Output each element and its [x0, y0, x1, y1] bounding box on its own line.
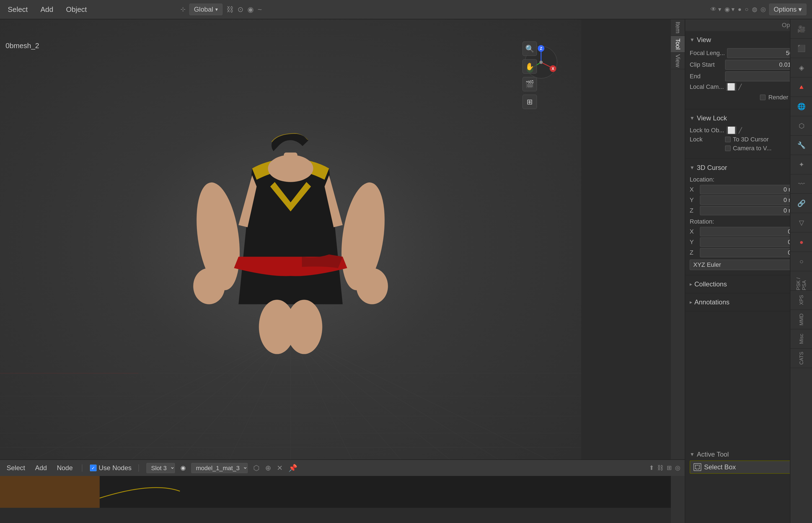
cursor-y-value[interactable]: 0 m [700, 195, 797, 205]
cursor-rz-value[interactable]: 0° [700, 248, 797, 257]
view-lock-title: View Lock [697, 114, 727, 122]
shading-icon[interactable]: ~ [258, 5, 262, 14]
copy-nodes-icon[interactable]: ⬡ [253, 464, 259, 472]
cursor-3d-arrow: ▼ [690, 165, 694, 171]
shading-wireframe[interactable]: ○ [745, 6, 748, 13]
xps-tab[interactable]: XPS [790, 291, 812, 310]
proportional-icon[interactable]: ⊙ [237, 5, 243, 14]
far-right-material-icon[interactable]: ● [790, 232, 812, 252]
svg-rect-36 [696, 465, 699, 469]
render-regi-checkbox[interactable] [760, 95, 765, 100]
far-right-shading-icon[interactable]: ○ [790, 252, 812, 271]
use-nodes-checkbox[interactable] [90, 465, 96, 471]
shading-render[interactable]: ◎ [760, 6, 766, 13]
menu-divider-1: │ [80, 464, 85, 471]
local-cam-toggle[interactable]: ⬜ [726, 83, 736, 91]
svg-text:Z: Z [540, 46, 542, 51]
node-editor-area[interactable] [0, 476, 685, 508]
cursor-rx-label: X [690, 228, 698, 235]
euler-label: XYZ Euler [693, 261, 721, 268]
bottom-layout-icon[interactable]: ⊞ [667, 464, 672, 471]
cursor-ry-value[interactable]: 0° [700, 237, 797, 247]
local-cam-label: Local Cam... [690, 83, 724, 90]
tab-item[interactable]: Item [671, 19, 685, 36]
cursor-z-value[interactable]: 0 m [700, 206, 797, 215]
snap-icon[interactable]: ⛓ [227, 5, 234, 14]
select-box-icon [693, 463, 701, 471]
menu-select[interactable]: Select [5, 4, 30, 15]
menu-object[interactable]: Object [64, 4, 89, 15]
bottom-menu-bar: Select Add Node │ Use Nodes │ Slot 3 ◉ m… [0, 459, 685, 476]
svg-point-35 [539, 60, 543, 64]
top-menu-bar: Select Add Object ⊹ Global ▾ ⛓ ⊙ ◉ ~ 👁 ▾… [0, 0, 812, 19]
svg-text:X: X [552, 67, 554, 71]
pan-btn[interactable]: ✋ [523, 59, 537, 74]
zoom-in-btn[interactable]: 🔍 [523, 41, 537, 56]
camera-view-btn[interactable]: 🎬 [523, 77, 537, 91]
overlay-dropdown[interactable]: ◉ ▾ [724, 6, 735, 13]
shading-material[interactable]: ◍ [752, 6, 757, 13]
lock-to-ob-label: Lock to Ob... [690, 127, 724, 134]
far-right-physics-icon[interactable]: 〰 [790, 174, 812, 194]
bottom-select-btn[interactable]: Select [4, 463, 28, 473]
bottom-add-btn[interactable]: Add [33, 463, 49, 473]
menu-add[interactable]: Add [38, 4, 55, 15]
far-right-panel: 🎥 ⬛ ◈ 🔺 🌐 ⬡ 🔧 ✦ 〰 🔗 ▽ ● ○ PSK / PSA XPS … [790, 19, 812, 523]
lock-to-ob-picker[interactable]: ╱ [739, 127, 742, 134]
to-3d-cursor-checkbox[interactable] [725, 137, 730, 142]
lock-to-ob-btn[interactable]: ⬜ [726, 126, 737, 134]
chevron-down-icon: ▾ [215, 6, 218, 13]
far-right-object-icon[interactable]: ⬡ [790, 116, 812, 136]
far-right-view-layer-icon[interactable]: ◈ [790, 58, 812, 77]
use-nodes-text: Use Nodes [99, 464, 132, 472]
transform-mode-dropdown[interactable]: Global ▾ [189, 4, 222, 15]
active-tool-name-label: Select Box [704, 463, 736, 471]
bottom-node-btn[interactable]: Node [55, 463, 75, 473]
shading-solid[interactable]: ● [738, 6, 741, 13]
pin-icon[interactable]: 📌 [288, 464, 297, 472]
view-lock-arrow: ▼ [690, 115, 694, 121]
cursor-x-value[interactable]: 0 m [700, 185, 797, 194]
camera-to-v-checkbox[interactable] [725, 146, 730, 151]
cursor-rx-value[interactable]: 0° [700, 227, 797, 236]
bottom-navigate-icon[interactable]: ⬆ [649, 464, 654, 471]
far-right-constraints-icon[interactable]: 🔗 [790, 194, 812, 213]
cats-tab[interactable]: CATS [790, 349, 812, 368]
far-right-output-icon[interactable]: ⬛ [790, 39, 812, 58]
clip-start-label: Clip Start [690, 61, 723, 68]
to-3d-cursor-label: To 3D Cursor [733, 136, 769, 143]
far-right-data-icon[interactable]: ▽ [790, 213, 812, 232]
annotations-arrow: ▸ [690, 299, 692, 305]
eye-dropdown[interactable]: 👁 ▾ [710, 6, 721, 13]
viewport-3d[interactable]: 0bmesh_2 Z X Y [0, 19, 581, 476]
overlay-icon[interactable]: ◉ [248, 5, 254, 14]
tab-view[interactable]: View [671, 53, 685, 69]
bottom-zoom-icon[interactable]: ◎ [675, 464, 680, 471]
bottom-snap-icon[interactable]: ⛓ [657, 464, 663, 471]
far-right-scene-icon[interactable]: 🔺 [790, 77, 812, 97]
active-tool-label: Active Tool [697, 451, 729, 458]
misc-tab[interactable]: Misc [790, 329, 812, 349]
new-material-icon[interactable]: ⊕ [265, 464, 271, 472]
active-tool-arrow: ▼ [690, 452, 694, 457]
perspective-btn[interactable]: ⊞ [523, 95, 537, 109]
options-dropdown[interactable]: Options ▾ [769, 4, 807, 15]
psk-psa-tab[interactable]: PSK / PSA [790, 271, 812, 291]
viewport-overlay-tools: 🔍 ✋ 🎬 ⊞ [523, 41, 537, 109]
tab-tool[interactable]: Tool [671, 36, 685, 53]
far-right-world-icon[interactable]: 🌐 [790, 97, 812, 116]
local-cam-picker[interactable]: ╱ [738, 84, 742, 90]
material-dropdown[interactable]: model_1_mat_3 [191, 463, 248, 473]
delete-material-icon[interactable]: ✕ [277, 464, 283, 472]
cursor-x-label: X [690, 186, 698, 193]
far-right-modifier-icon[interactable]: 🔧 [790, 136, 812, 155]
slot-dropdown[interactable]: Slot 3 [146, 463, 175, 473]
sidebar-tabs: Item Tool View [671, 19, 685, 523]
mmd-tab[interactable]: MMD [790, 310, 812, 329]
use-nodes-label: Use Nodes [90, 464, 132, 472]
far-right-render-icon[interactable]: 🎥 [790, 19, 812, 39]
transform-mode-label: Global [194, 5, 213, 13]
svg-point-20 [356, 268, 388, 304]
options-label: Options ▾ [774, 5, 802, 13]
far-right-particles-icon[interactable]: ✦ [790, 155, 812, 174]
